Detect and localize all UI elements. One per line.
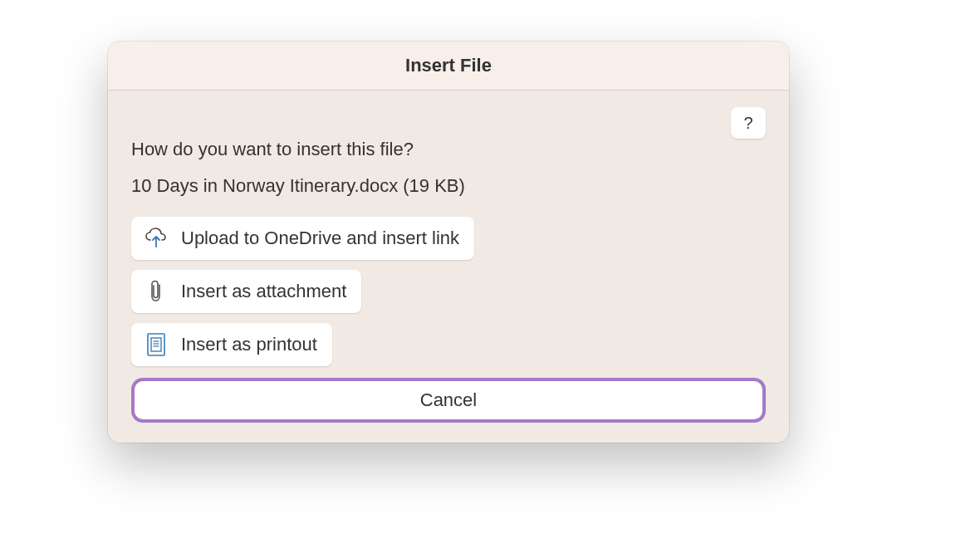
insert-file-dialog: Insert File ? How do you want to insert …	[108, 42, 789, 443]
upload-onedrive-button[interactable]: Upload to OneDrive and insert link	[131, 217, 474, 260]
paperclip-icon	[143, 278, 169, 305]
file-info: 10 Days in Norway Itinerary.docx (19 KB)	[131, 175, 766, 197]
cancel-label: Cancel	[420, 389, 477, 410]
cancel-button[interactable]: Cancel	[135, 381, 762, 419]
dialog-header: Insert File	[108, 42, 789, 91]
help-button[interactable]: ?	[731, 107, 766, 139]
dialog-body: ? How do you want to insert this file? 1…	[108, 91, 789, 443]
dialog-title: Insert File	[108, 55, 789, 76]
cloud-upload-icon	[143, 225, 169, 252]
insert-attachment-button[interactable]: Insert as attachment	[131, 270, 361, 313]
insert-printout-button[interactable]: Insert as printout	[131, 323, 332, 366]
svg-rect-1	[151, 338, 161, 351]
printout-icon	[143, 331, 169, 358]
upload-onedrive-label: Upload to OneDrive and insert link	[181, 228, 459, 249]
prompt-text: How do you want to insert this file?	[131, 139, 766, 160]
help-icon: ?	[743, 114, 752, 133]
insert-printout-label: Insert as printout	[181, 334, 317, 355]
insert-attachment-label: Insert as attachment	[181, 281, 346, 302]
svg-rect-0	[148, 334, 164, 355]
